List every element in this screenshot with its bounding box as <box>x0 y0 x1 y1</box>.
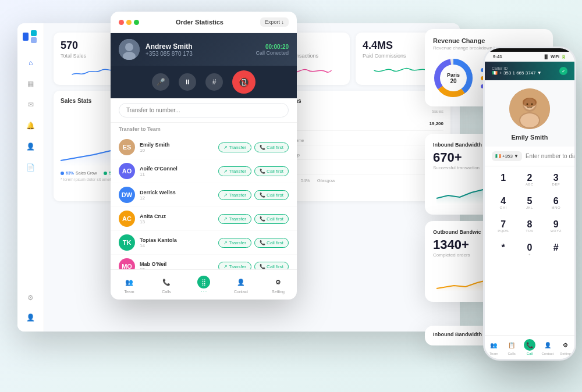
svg-point-16 <box>531 104 533 105</box>
dial-key-star[interactable]: * <box>492 240 514 259</box>
team-member-anita: AC Anita Cruz 13 ↗ Transfer 📞 Call first <box>111 207 297 231</box>
pause-button[interactable]: ⏸ <box>179 73 196 91</box>
team-member-topias: TK Topias Kantola 14 ↗ Transfer 📞 Call f… <box>111 231 297 255</box>
nav-label-setting: Setting <box>272 290 285 294</box>
dial-key-5[interactable]: 5JKL <box>518 193 541 213</box>
donut-chart: Paris 20 <box>433 58 474 98</box>
sidebar-inbox[interactable]: ✉ <box>25 99 37 111</box>
minimize-dot[interactable] <box>126 20 132 25</box>
call-time: 00:00:20 <box>255 44 289 50</box>
dial-key-2[interactable]: 2ABC <box>518 170 541 190</box>
phone-contact-avatar <box>509 88 550 129</box>
call-first-derrick-button[interactable]: 📞 Call first <box>254 190 289 200</box>
end-call-button[interactable]: 📵 <box>232 70 255 94</box>
nav-tab-contact[interactable]: 👤 Contact <box>222 273 260 296</box>
mute-button[interactable]: 🎤 <box>152 73 169 91</box>
svg-rect-1 <box>31 30 37 36</box>
signal-icon: ▐▌ <box>543 55 549 59</box>
call-first-anita-button[interactable]: 📞 Call first <box>254 214 289 224</box>
calls-icon: 📞 <box>160 276 173 288</box>
call-first-aoife-button[interactable]: 📞 Call first <box>254 166 289 176</box>
keypad-button[interactable]: # <box>205 73 223 91</box>
dial-key-hash[interactable]: # <box>545 240 567 259</box>
sidebar-bell[interactable]: 🔔 <box>25 120 37 131</box>
sidebar-profile[interactable]: 👤 <box>25 312 37 323</box>
locations-col-sales: Sales <box>432 109 443 114</box>
flag-selector[interactable]: 🇮🇪 +353 ▼ <box>492 151 522 161</box>
setting-icon: ⚙ <box>272 276 285 288</box>
sidebar-chart[interactable]: ▦ <box>25 78 37 90</box>
member-avatar-anita: AC <box>119 211 135 227</box>
sidebar-user[interactable]: 👤 <box>25 141 37 152</box>
popup-title: Order Statistics <box>176 19 223 26</box>
team-member-emily: ES Emily Smith 10 ↗ Transfer 📞 Call firs… <box>111 136 297 159</box>
nav-tab-team[interactable]: 👥 Team <box>111 273 148 296</box>
call-first-mab-button[interactable]: 📞 Call first <box>254 262 289 270</box>
donut-city: Paris <box>447 72 460 78</box>
sidebar-settings[interactable]: ⚙ <box>25 292 37 304</box>
dial-key-9[interactable]: 9WXYZ <box>545 216 567 236</box>
dial-key-7[interactable]: 7PQRS <box>492 216 514 236</box>
transfer-emily-button[interactable]: ↗ Transfer <box>218 142 251 152</box>
transfer-mab-button[interactable]: ↗ Transfer <box>218 262 251 270</box>
phone-contact-area: Emily Smith <box>485 80 574 147</box>
popup-bottom-nav: 👥 Team 📞 Calls ⣿ · · · 👤 Contact ⚙ Setti… <box>111 269 297 300</box>
maximize-dot[interactable] <box>134 20 139 25</box>
transfer-number-input[interactable] <box>119 103 289 117</box>
phone-nav-team[interactable]: 👥 Team <box>485 339 503 355</box>
donut-num: 20 <box>447 78 460 84</box>
caller-banner: Andrew Smith +353 085 870 173 00:00:20 C… <box>111 33 297 66</box>
nav-tab-calls[interactable]: 📞 Calls <box>148 273 185 296</box>
team-member-derrick: DW Derrick Wellss 12 ↗ Transfer 📞 Call f… <box>111 183 297 207</box>
sales-grow-label: Sales Grow <box>76 171 97 175</box>
contact-icon: 👤 <box>235 276 247 288</box>
popup-header: Order Statistics Export ↓ <box>111 12 297 33</box>
close-dot[interactable] <box>119 20 124 25</box>
nav-tab-dialpad[interactable]: ⣿ · · · <box>185 273 222 296</box>
transfer-topias-button[interactable]: ↗ Transfer <box>218 238 251 248</box>
dial-key-8[interactable]: 8TUV <box>518 216 541 236</box>
member-num-anita: 13 <box>140 219 214 224</box>
nav-tab-setting[interactable]: ⚙ Setting <box>260 273 297 296</box>
dial-key-0[interactable]: 0+ <box>518 240 541 259</box>
dial-key-1[interactable]: 1 <box>492 170 514 190</box>
phone-call-icon: 📞 <box>524 339 535 351</box>
phone-contact-name: Emily Smith <box>512 134 548 141</box>
location-val-1: 19,200 <box>430 121 443 126</box>
caller-number: +353 085 870 173 <box>146 51 250 57</box>
caller-name: Andrew Smith <box>146 42 250 51</box>
call-first-emily-button[interactable]: 📞 Call first <box>254 142 289 152</box>
export-button[interactable]: Export ↓ <box>260 17 289 27</box>
transfer-input-area <box>111 98 297 123</box>
phone-contact-icon: 👤 <box>542 339 553 351</box>
phone-nav-setting[interactable]: ⚙ Setting <box>556 339 574 355</box>
caller-info: Andrew Smith +353 085 870 173 <box>146 42 250 57</box>
member-name-mab: Mab O'Neil <box>140 261 214 267</box>
transfer-aoife-button[interactable]: ↗ Transfer <box>218 166 251 176</box>
sidebar-home[interactable]: ⌂ <box>25 57 37 69</box>
dial-key-3[interactable]: 3DEF <box>545 170 567 190</box>
team-section-title: Transfer to Team <box>111 123 297 136</box>
call-connected: Call Conected <box>255 50 289 56</box>
transfer-anita-button[interactable]: ↗ Transfer <box>218 214 251 224</box>
member-name-anita: Anita Cruz <box>140 213 214 219</box>
svg-point-14 <box>523 98 537 107</box>
member-name-aoife: Aoife O'Connel <box>140 166 214 172</box>
dial-key-4[interactable]: 4GHI <box>492 193 514 213</box>
dial-key-6[interactable]: 6MNO <box>545 193 567 213</box>
phone-nav-calls[interactable]: 📋 Calls <box>503 339 521 355</box>
phone-nav-contact[interactable]: 👤 Contact <box>538 339 556 355</box>
transfer-derrick-button[interactable]: ↗ Transfer <box>218 190 251 200</box>
phone-setting-icon: ⚙ <box>560 339 572 351</box>
nav-label-contact: Contact <box>234 290 248 294</box>
member-name-topias: Topias Kantola <box>140 237 214 243</box>
member-num-emily: 10 <box>140 148 214 153</box>
phone-nav-label-calls: Calls <box>508 352 516 355</box>
dial-input[interactable] <box>526 153 576 159</box>
sidebar: ⌂ ▦ ✉ 🔔 👤 📄 ⚙ 👤 <box>17 23 44 332</box>
sidebar-file[interactable]: 📄 <box>25 162 37 173</box>
call-first-topias-button[interactable]: 📞 Call first <box>254 238 289 248</box>
phone-nav-call[interactable]: 📞 Call <box>521 339 539 355</box>
dialpad-icon: ⣿ <box>197 276 210 288</box>
dial-grid: 1 2ABC 3DEF 4GHI 5JKL 6MNO 7PQRS 8TUV <box>492 170 567 259</box>
